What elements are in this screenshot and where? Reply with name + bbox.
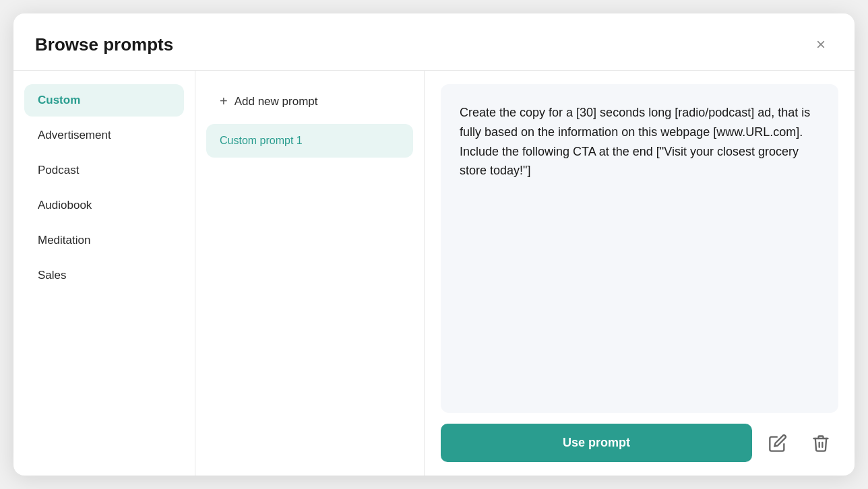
edit-prompt-button[interactable] — [760, 426, 795, 461]
plus-icon: + — [220, 94, 228, 109]
edit-icon — [768, 434, 787, 453]
prompt-content-panel: Create the copy for a [30] seconds long … — [425, 71, 855, 476]
prompt-list-item[interactable]: Custom prompt 1 — [206, 124, 413, 158]
sidebar-item-audiobook[interactable]: Audiobook — [24, 189, 184, 222]
sidebar-item-sales[interactable]: Sales — [24, 259, 184, 292]
delete-prompt-button[interactable] — [803, 426, 838, 461]
sidebar-item-custom[interactable]: Custom — [24, 84, 184, 117]
close-button[interactable]: × — [809, 32, 833, 57]
sidebar-item-advertisement[interactable]: Advertisement — [24, 119, 184, 152]
browse-prompts-modal: Browse prompts × Custom Advertisement Po… — [13, 13, 855, 476]
modal-title: Browse prompts — [35, 34, 173, 55]
add-prompt-label: Add new prompt — [235, 95, 318, 108]
sidebar-item-meditation[interactable]: Meditation — [24, 224, 184, 257]
add-new-prompt-button[interactable]: + Add new prompt — [206, 84, 413, 119]
sidebar-item-podcast[interactable]: Podcast — [24, 154, 184, 187]
use-prompt-button[interactable]: Use prompt — [441, 424, 752, 462]
trash-icon — [811, 434, 830, 453]
modal-body: Custom Advertisement Podcast Audiobook M… — [13, 71, 855, 476]
prompts-panel: + Add new prompt Custom prompt 1 — [195, 71, 425, 476]
modal-header: Browse prompts × — [13, 13, 855, 71]
prompt-actions: Use prompt — [441, 424, 838, 462]
categories-panel: Custom Advertisement Podcast Audiobook M… — [13, 71, 195, 476]
prompt-text: Create the copy for a [30] seconds long … — [441, 84, 838, 413]
